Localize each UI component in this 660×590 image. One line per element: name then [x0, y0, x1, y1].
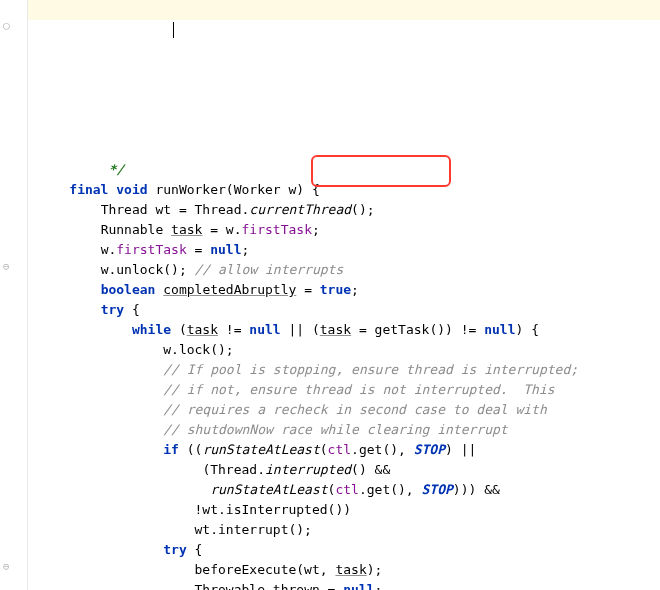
code-editor[interactable]: ◯⊖⊖ */ final void runWorker(Worker w) { …	[0, 0, 660, 590]
gutter-fold-icon[interactable]: ◯	[3, 20, 15, 32]
code-text: */ final void runWorker(Worker w) { Thre…	[38, 160, 660, 590]
text-caret	[173, 22, 174, 38]
gutter-fold-icon[interactable]: ⊖	[3, 561, 15, 573]
editor-gutter: ◯⊖⊖	[0, 0, 28, 590]
code-content[interactable]: */ final void runWorker(Worker w) { Thre…	[28, 0, 660, 590]
gutter-fold-icon[interactable]: ⊖	[3, 261, 15, 273]
current-line-highlight	[28, 0, 660, 20]
